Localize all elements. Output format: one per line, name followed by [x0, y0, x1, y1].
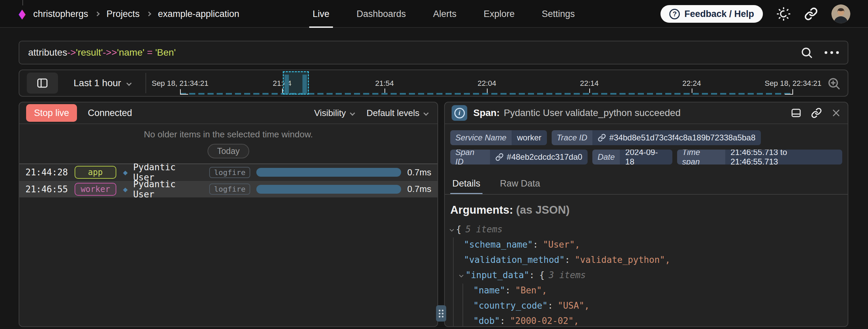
json-line: "schema_name":"User",: [450, 237, 848, 252]
tab-details[interactable]: Details: [450, 173, 482, 194]
user-avatar[interactable]: [831, 4, 850, 23]
link-icon: [811, 108, 822, 118]
magnifier-plus-icon: [827, 76, 841, 91]
log-title: Pydantic User: [133, 179, 201, 199]
panel-resize-handle[interactable]: [436, 305, 446, 322]
timeline-histogram-bar: [302, 75, 307, 94]
tab-alerts[interactable]: Alerts: [430, 0, 460, 28]
timeline-axis-start-corner: [180, 89, 188, 95]
duration-bar: [256, 168, 401, 177]
duration-bar: [256, 185, 401, 194]
tab-settings[interactable]: Settings: [538, 0, 578, 28]
breadcrumb-separator-icon: [95, 12, 100, 16]
json-line: "input_data":{3 items: [450, 268, 848, 283]
json-collapse-chevron-icon[interactable]: [459, 273, 463, 277]
copy-link-button[interactable]: [811, 108, 822, 118]
timeline-tick-label: 21:54: [354, 79, 415, 88]
json-line: {5 items: [450, 222, 848, 237]
timeline-bar: Last 1 hour Sep 18, 21:34:21 21:44 21:54…: [19, 70, 848, 97]
theme-toggle-button[interactable]: [776, 7, 791, 21]
json-value: "User",: [543, 239, 580, 250]
ellipsis-icon: [825, 51, 827, 54]
close-panel-button[interactable]: [831, 108, 841, 118]
json-line: "validation_method":"validate_python",: [450, 252, 848, 268]
breadcrumb-projects[interactable]: Projects: [106, 9, 140, 19]
link-icon: [495, 153, 504, 161]
json-value: "USA",: [558, 301, 590, 311]
breadcrumb-org[interactable]: christophergs: [33, 9, 88, 19]
tab-raw-data[interactable]: Raw Data: [498, 173, 542, 194]
default-levels-dropdown[interactable]: Default levels: [367, 108, 428, 118]
query-input[interactable]: attributes->'result'->>'name' = 'Ben': [19, 41, 848, 64]
span-kind-label: Span:: [473, 108, 500, 118]
json-line: "country_code":"USA",: [450, 298, 848, 313]
meta-badge-date: Date 2024-09-18: [592, 150, 672, 164]
sidebar-toggle-button[interactable]: [27, 73, 58, 94]
scope-badge-logfire: logfire: [209, 167, 250, 178]
json-collapse-chevron-icon[interactable]: [450, 227, 454, 232]
tab-dashboards[interactable]: Dashboards: [353, 0, 410, 28]
split-panel-button[interactable]: [791, 108, 802, 118]
detail-tabs: Details Raw Data: [445, 173, 848, 195]
stop-live-button[interactable]: Stop live: [26, 104, 77, 122]
default-levels-label: Default levels: [367, 108, 419, 118]
json-line: "name":"Ben",: [450, 283, 848, 298]
info-circle-icon: i: [452, 105, 467, 121]
timeline-axis: [180, 93, 793, 95]
breadcrumb: christophergs Projects example-applicati…: [33, 0, 239, 28]
json-key: "name": [473, 285, 505, 295]
log-row[interactable]: 21:46:55 worker ◆ Pydantic User logfire …: [19, 180, 437, 197]
grip-dots-icon: [439, 310, 443, 317]
close-icon: [831, 108, 841, 118]
duration-label: 0.7ms: [407, 167, 431, 178]
json-key: "input_data": [466, 270, 529, 280]
timeline-start-label: Sep 18, 21:34:21: [150, 79, 211, 88]
time-range-label: Last 1 hour: [74, 78, 121, 89]
span-title: Pydantic User validate_python succeeded: [504, 108, 680, 118]
logfire-logo-diamond-icon[interactable]: ◆: [19, 6, 25, 21]
chevron-down-icon: [423, 110, 429, 116]
json-value: "2000-02-02",: [510, 316, 579, 326]
share-link-button[interactable]: [804, 7, 818, 21]
question-circle-icon: ?: [669, 9, 680, 19]
main-nav: Live Dashboards Alerts Explore Settings: [309, 0, 578, 28]
timeline-selection[interactable]: [283, 71, 309, 95]
live-view-panel: Stop live Connected Visibility Default l…: [19, 102, 438, 327]
json-value: "Ben",: [515, 285, 547, 295]
connection-status: Connected: [88, 108, 132, 118]
timeline-tick-label: 22:14: [559, 79, 620, 88]
feedback-help-label: Feedback / Help: [684, 9, 754, 19]
ellipsis-icon: [836, 51, 839, 54]
search-button[interactable]: [800, 46, 813, 59]
query-segment: ->>: [103, 47, 117, 58]
scope-badge-logfire: logfire: [209, 183, 250, 195]
json-key: "country_code": [473, 301, 548, 311]
arguments-heading-note: (as JSON): [516, 204, 570, 216]
visibility-dropdown[interactable]: Visibility: [314, 108, 354, 118]
duration-label: 0.7ms: [407, 184, 431, 194]
log-row[interactable]: 21:44:28 app ◆ Pydantic User logfire 0.7…: [19, 163, 437, 180]
meta-badge-trace-id[interactable]: Trace ID #34bd8e51d73c3f4c8a189b72338a5b…: [552, 130, 761, 145]
span-diamond-icon: ◆: [123, 185, 128, 194]
link-icon: [598, 134, 606, 142]
json-key: "schema_name": [464, 239, 533, 250]
detail-panel-header: i Span: Pydantic User validate_python su…: [445, 102, 848, 124]
breadcrumb-project-name[interactable]: example-application: [158, 9, 239, 19]
span-metadata: Service Name worker Trace ID #34bd8e51d7…: [445, 124, 848, 170]
query-segment: attributes: [28, 47, 67, 58]
live-panel-header: Stop live Connected Visibility Default l…: [19, 102, 437, 124]
tab-explore[interactable]: Explore: [480, 0, 518, 28]
empty-state: No older items in the selected time wind…: [19, 124, 437, 163]
zoom-in-button[interactable]: [827, 76, 841, 91]
link-icon: [804, 7, 818, 21]
timeline-histogram-bar: [284, 75, 289, 94]
topbar-actions: ? Feedback / Help: [660, 0, 850, 28]
empty-state-message: No older items in the selected time wind…: [144, 129, 313, 140]
timeline-axis-end-corner: [785, 89, 793, 95]
more-options-button[interactable]: [825, 51, 839, 54]
tab-live[interactable]: Live: [309, 0, 333, 28]
meta-badge-span-id[interactable]: Span ID #48eb2cdcdc317da0: [450, 150, 588, 164]
time-range-dropdown[interactable]: Last 1 hour: [74, 70, 131, 96]
feedback-help-button[interactable]: ? Feedback / Help: [660, 5, 763, 23]
divider: [145, 73, 146, 93]
